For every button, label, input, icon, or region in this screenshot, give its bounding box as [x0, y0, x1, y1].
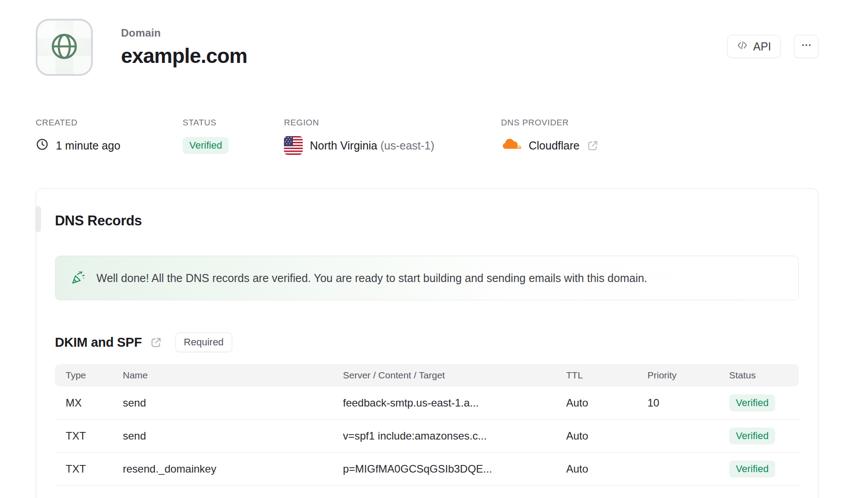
cell-type: TXT [66, 430, 123, 442]
dkim-spf-title: DKIM and SPF [55, 335, 142, 350]
row-status-badge: Verified [729, 427, 775, 444]
dns-provider-label: DNS PROVIDER [501, 118, 599, 128]
ellipsis-icon [801, 39, 812, 54]
section-anchor-indicator [35, 206, 41, 232]
code-icon [737, 40, 748, 54]
domain-meta: CREATED 1 minute ago STATUS Verified REG… [36, 118, 818, 155]
cell-status: Verified [729, 394, 788, 411]
dns-table-body: MX send feedback-smtp.us-east-1.a... Aut… [55, 386, 799, 486]
external-link-icon[interactable] [150, 336, 162, 349]
cell-ttl: Auto [566, 430, 647, 442]
domain-page: Domain example.com API [36, 0, 818, 498]
page-title: example.com [121, 44, 247, 68]
cell-name: send [123, 397, 343, 409]
cell-name: send [123, 430, 343, 442]
dns-records-title: DNS Records [55, 213, 799, 229]
cell-priority: 10 [647, 397, 729, 409]
col-header-content: Server / Content / Target [343, 370, 566, 381]
cell-status: Verified [729, 461, 788, 477]
title-block: Domain example.com [121, 19, 247, 68]
table-row: TXT resend._domainkey p=MIGfMA0GCSqGSIb3… [55, 452, 799, 486]
table-row: MX send feedback-smtp.us-east-1.a... Aut… [55, 386, 799, 419]
required-badge: Required [175, 332, 232, 352]
party-popper-icon [70, 269, 86, 287]
meta-dns-provider: DNS PROVIDER Cloudflare [501, 118, 599, 155]
cell-content[interactable]: feedback-smtp.us-east-1.a... [343, 397, 566, 409]
col-header-priority: Priority [647, 370, 729, 381]
created-value: 1 minute ago [56, 139, 121, 152]
meta-region: REGION [284, 118, 501, 155]
header-actions: API [727, 35, 818, 58]
cell-ttl: Auto [566, 463, 647, 475]
cell-content[interactable]: v=spf1 include:amazonses.c... [343, 430, 566, 442]
region-label: REGION [284, 118, 501, 128]
cell-type: TXT [66, 463, 123, 475]
domain-avatar [36, 19, 93, 76]
cell-ttl: Auto [566, 397, 647, 409]
success-banner: Well done! All the DNS records are verif… [55, 256, 799, 300]
cloudflare-icon [501, 137, 522, 154]
row-status-badge: Verified [729, 461, 775, 477]
region-name: North Virginia [310, 139, 377, 152]
cell-name: resend._domainkey [123, 463, 343, 475]
page-header: Domain example.com API [36, 0, 818, 76]
meta-status: STATUS Verified [183, 118, 284, 155]
dns-provider-value: Cloudflare [529, 139, 580, 152]
more-button[interactable] [794, 35, 818, 58]
col-header-ttl: TTL [566, 370, 647, 381]
col-header-type: Type [66, 370, 123, 381]
meta-created: CREATED 1 minute ago [36, 118, 183, 155]
dns-table: Type Name Server / Content / Target TTL … [55, 364, 799, 486]
cell-content[interactable]: p=MIGfMA0GCSqGSIb3DQE... [343, 463, 566, 475]
created-label: CREATED [36, 118, 183, 128]
us-flag-icon [284, 136, 303, 155]
dkim-spf-header: DKIM and SPF Required [55, 332, 799, 352]
row-status-badge: Verified [729, 394, 775, 411]
col-header-name: Name [123, 370, 343, 381]
api-button-label: API [753, 40, 771, 53]
region-code: (us-east-1) [380, 139, 434, 152]
table-row: TXT send v=spf1 include:amazonses.c... A… [55, 419, 799, 452]
success-banner-text: Well done! All the DNS records are verif… [96, 272, 647, 285]
col-header-status: Status [729, 370, 788, 381]
dns-table-header: Type Name Server / Content / Target TTL … [55, 364, 799, 386]
dns-records-card: DNS Records Well done! All the DNS recor… [36, 188, 818, 498]
api-button[interactable]: API [727, 35, 780, 58]
status-label: STATUS [183, 118, 284, 128]
cell-status: Verified [729, 427, 788, 444]
clock-icon [36, 138, 49, 154]
cell-type: MX [66, 397, 123, 409]
status-badge: Verified [183, 137, 229, 154]
external-link-icon[interactable] [587, 140, 599, 152]
page-eyebrow: Domain [121, 27, 247, 39]
globe-icon [50, 32, 79, 63]
